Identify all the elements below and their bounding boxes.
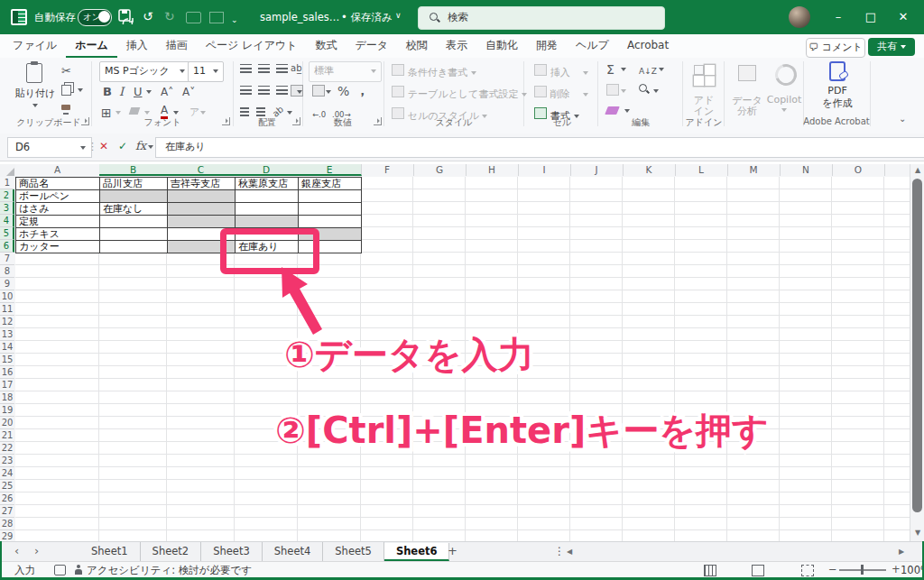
row-header-13[interactable]: 13 <box>0 328 14 341</box>
font-dialog-launcher[interactable] <box>222 117 230 125</box>
row-header-14[interactable]: 14 <box>0 341 14 354</box>
fx-caret-icon[interactable] <box>148 145 153 149</box>
column-header-G[interactable]: G <box>413 164 467 176</box>
cell-C4[interactable] <box>168 216 236 228</box>
fill-button[interactable] <box>606 84 619 96</box>
cell-B2[interactable] <box>100 190 168 203</box>
insert-function-button[interactable]: fx <box>135 139 146 152</box>
ribbon-tab-ページ レイアウト[interactable]: ページ レイアウト <box>197 34 307 56</box>
window-tool-icon[interactable] <box>209 12 224 23</box>
enter-button[interactable]: ✓ <box>118 140 127 152</box>
zoom-out-button[interactable]: − <box>828 563 837 575</box>
add-ins-button[interactable]: アド イン <box>686 63 722 115</box>
borders-caret-icon[interactable] <box>116 111 121 115</box>
row-header-8[interactable]: 8 <box>0 265 14 278</box>
ribbon-tab-描画[interactable]: 描画 <box>157 34 197 56</box>
excel-logo-icon[interactable] <box>11 9 27 25</box>
row-header-11[interactable]: 11 <box>0 303 14 316</box>
cell-C2[interactable] <box>168 190 236 203</box>
column-header-D[interactable]: D <box>235 164 299 176</box>
cell-B1[interactable]: 品川支店 <box>100 178 168 190</box>
sheet-tab-Sheet6[interactable]: Sheet6 <box>384 543 450 561</box>
cell-E2[interactable] <box>299 190 362 203</box>
number-format-combo[interactable]: 標準 <box>309 61 382 82</box>
minimize-button[interactable]: – <box>823 0 854 34</box>
column-header-J[interactable]: J <box>570 164 624 176</box>
sort-filter-caret-icon[interactable] <box>659 68 664 71</box>
row-header-22[interactable]: 22 <box>0 442 14 455</box>
create-pdf-button[interactable]: PDF を作成 <box>812 61 863 115</box>
formula-bar-grip[interactable]: ⋮ <box>88 141 97 152</box>
row-header-15[interactable]: 15 <box>0 354 14 366</box>
column-header-C[interactable]: C <box>167 164 236 176</box>
cell-A5[interactable]: ホチキス <box>16 228 100 241</box>
borders-button[interactable]: ⊞ <box>101 105 112 121</box>
select-all-corner[interactable] <box>0 164 16 178</box>
ribbon-tab-表示[interactable]: 表示 <box>437 34 476 56</box>
row-header-5[interactable]: 5 <box>0 227 14 240</box>
share-button[interactable]: 共有 <box>868 38 915 56</box>
sort-filter-button[interactable]: A↓Z <box>639 63 657 79</box>
currency-format-button[interactable] <box>312 85 325 97</box>
copy-caret-icon[interactable] <box>78 88 83 92</box>
clear-caret-icon[interactable] <box>624 109 630 113</box>
copilot-button[interactable]: Copilot <box>765 63 803 115</box>
autosave-toggle[interactable]: オン <box>78 9 112 26</box>
fill-color-caret-icon[interactable] <box>144 111 150 115</box>
row-header-9[interactable]: 9 <box>0 278 14 290</box>
hscroll-left-icon[interactable]: ◀ <box>567 548 572 556</box>
cell-D4[interactable] <box>236 216 299 228</box>
increase-indent-button[interactable] <box>256 107 265 116</box>
cut-button[interactable]: ✂ <box>61 63 71 79</box>
column-header-K[interactable]: K <box>623 164 676 176</box>
undo-button[interactable]: ↺ <box>143 9 153 23</box>
sheet-nav-left-icon[interactable]: ‹ <box>14 544 19 557</box>
merge-caret-icon[interactable] <box>297 90 302 94</box>
cell-A1[interactable]: 商品名 <box>16 178 100 190</box>
ribbon-tab-校閲[interactable]: 校閲 <box>397 34 437 56</box>
find-select-button[interactable] <box>639 84 649 94</box>
cell-C3[interactable] <box>168 203 236 216</box>
sheet-tab-Sheet3[interactable]: Sheet3 <box>201 542 263 561</box>
row-header-1[interactable]: 1 <box>0 177 14 189</box>
cell-A6[interactable]: カッター <box>16 241 100 253</box>
cell-B5[interactable] <box>100 228 168 241</box>
align-top-button[interactable] <box>240 64 252 73</box>
align-bottom-button[interactable] <box>276 64 288 73</box>
analyze-data-button[interactable]: データ 分析 <box>729 63 765 115</box>
maximize-button[interactable]: □ <box>855 0 886 34</box>
grow-font-button[interactable]: A˄ <box>161 84 173 100</box>
add-sheet-button[interactable]: + <box>448 544 457 557</box>
vertical-scroll-thumb[interactable] <box>912 179 922 512</box>
column-header-H[interactable]: H <box>466 164 519 176</box>
account-avatar[interactable] <box>789 6 810 28</box>
cell-B6[interactable] <box>100 241 168 253</box>
column-header-I[interactable]: I <box>518 164 571 176</box>
cell-E4[interactable] <box>299 216 362 228</box>
column-header-A[interactable]: A <box>15 164 100 176</box>
format-painter-icon[interactable] <box>61 105 70 110</box>
row-header-25[interactable]: 25 <box>0 480 14 493</box>
row-header-7[interactable]: 7 <box>0 253 14 265</box>
page-break-view-button[interactable] <box>801 565 814 576</box>
sheet-tab-Sheet5[interactable]: Sheet5 <box>323 542 384 561</box>
qat-customize-chevron[interactable]: ⌄ <box>231 13 238 27</box>
currency-caret-icon[interactable] <box>326 90 331 94</box>
normal-view-button[interactable] <box>704 565 716 576</box>
sheet-tab-Sheet4[interactable]: Sheet4 <box>263 542 324 561</box>
row-header-2[interactable]: 2 <box>0 189 14 202</box>
redo-button[interactable]: ↻ <box>164 9 175 23</box>
autosum-caret-icon[interactable] <box>621 68 626 71</box>
row-header-23[interactable]: 23 <box>0 455 14 467</box>
name-box[interactable]: D6 <box>7 137 92 158</box>
decrease-indent-button[interactable] <box>240 107 249 116</box>
column-header-L[interactable]: L <box>675 164 728 176</box>
ribbon-tab-データ[interactable]: データ <box>346 34 397 56</box>
ribbon-tab-ヘルプ[interactable]: ヘルプ <box>567 34 618 56</box>
column-header-M[interactable]: M <box>727 164 781 176</box>
conditional-formatting-button[interactable]: 条件付き書式 <box>392 64 476 79</box>
font-size-combo[interactable]: 11 <box>188 61 224 82</box>
font-name-combo[interactable]: MS Pゴシック <box>99 61 190 82</box>
row-header-6[interactable]: 6 <box>0 240 14 253</box>
percent-style-button[interactable]: % <box>337 83 349 99</box>
